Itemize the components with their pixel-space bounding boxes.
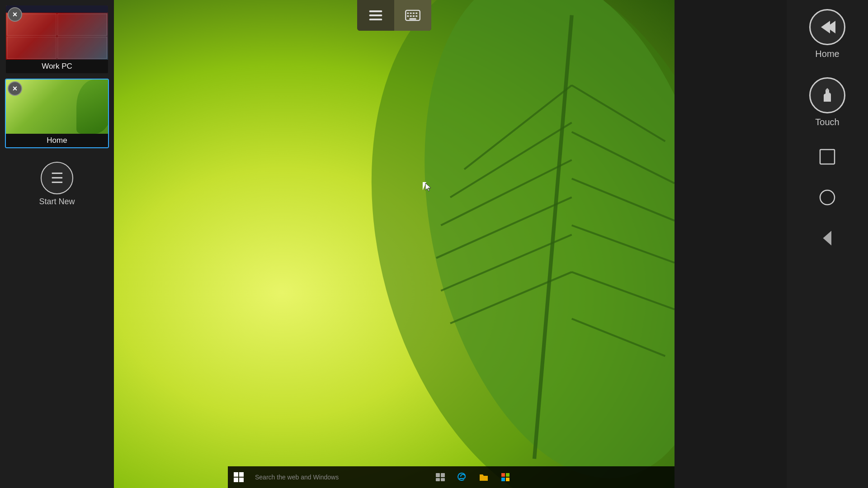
start-new-button[interactable]: ☰ Start New — [39, 162, 75, 206]
svg-rect-16 — [369, 14, 382, 16]
edge-icon — [457, 472, 467, 482]
svg-rect-20 — [410, 13, 412, 14]
svg-rect-34 — [436, 478, 440, 481]
task-view-button[interactable] — [430, 467, 450, 487]
svg-rect-28 — [234, 472, 238, 477]
desktop-background[interactable] — [114, 0, 675, 488]
svg-rect-27 — [409, 18, 416, 19]
svg-rect-26 — [415, 15, 417, 17]
touch-label: Touch — [815, 117, 839, 127]
left-sidebar: × Work PC × Home ☰ Start New — [0, 0, 114, 488]
taskbar: Search the web and Windows — [228, 466, 675, 488]
start-new-label: Start New — [39, 197, 75, 206]
svg-rect-32 — [436, 473, 440, 477]
circle-icon — [818, 188, 836, 206]
svg-rect-33 — [441, 473, 445, 477]
svg-point-52 — [820, 190, 835, 205]
svg-rect-38 — [501, 478, 505, 481]
svg-rect-29 — [239, 472, 244, 477]
right-sidebar: Home Touch — [787, 0, 868, 488]
svg-rect-15 — [369, 10, 382, 12]
menu-button[interactable] — [357, 0, 394, 31]
windows-start-icon — [234, 472, 244, 482]
toolbar — [357, 0, 431, 31]
home-icon — [817, 17, 837, 37]
start-button[interactable] — [228, 466, 250, 488]
taskbar-search-text: Search the web and Windows — [250, 474, 430, 481]
file-explorer-button[interactable] — [474, 467, 494, 487]
keyboard-button[interactable] — [394, 0, 431, 31]
session-card-work-pc[interactable]: × Work PC — [5, 5, 109, 74]
close-home-button[interactable]: × — [8, 81, 22, 96]
circle-button[interactable] — [816, 186, 839, 209]
remote-home-label: Home — [815, 49, 839, 59]
store-icon — [500, 472, 510, 482]
store-button[interactable] — [495, 467, 515, 487]
svg-rect-25 — [413, 15, 415, 17]
task-view-icon — [435, 472, 445, 482]
file-explorer-icon — [479, 472, 489, 482]
touch-icon — [817, 85, 837, 105]
touch-button[interactable]: Touch — [809, 77, 845, 127]
svg-rect-35 — [441, 478, 445, 481]
session-label-home: Home — [6, 134, 108, 147]
square-button[interactable] — [816, 145, 839, 168]
keyboard-icon — [404, 7, 421, 24]
svg-rect-36 — [501, 473, 505, 477]
svg-rect-24 — [410, 15, 412, 17]
svg-rect-37 — [506, 473, 509, 477]
svg-rect-39 — [506, 478, 509, 481]
menu-icon — [367, 7, 384, 24]
svg-rect-51 — [820, 150, 835, 164]
session-card-home[interactable]: × Home — [5, 79, 109, 148]
back-button[interactable] — [816, 227, 839, 249]
svg-rect-19 — [407, 13, 409, 14]
session-label-work-pc: Work PC — [6, 60, 108, 73]
svg-rect-17 — [369, 19, 382, 20]
square-icon — [818, 148, 836, 166]
edge-button[interactable] — [452, 467, 472, 487]
svg-rect-30 — [234, 478, 238, 482]
svg-rect-22 — [415, 13, 417, 14]
list-icon: ☰ — [51, 169, 64, 187]
taskbar-pinned-icons — [430, 467, 515, 487]
svg-rect-21 — [413, 13, 415, 14]
svg-marker-53 — [824, 232, 831, 244]
back-icon — [818, 229, 836, 247]
remote-home-button[interactable]: Home — [809, 9, 845, 59]
close-work-pc-button[interactable]: × — [8, 7, 22, 22]
main-content: Search the web and Windows — [114, 0, 675, 488]
leaf-decoration — [254, 0, 675, 488]
svg-rect-23 — [407, 15, 409, 17]
svg-rect-31 — [239, 478, 244, 482]
